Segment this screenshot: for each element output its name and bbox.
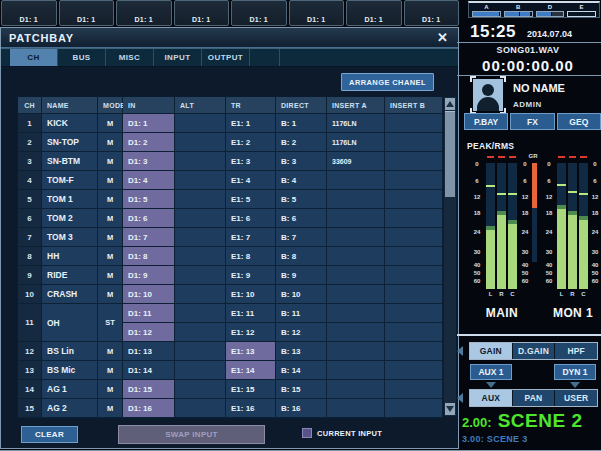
channel-name[interactable]: AG 1 [42, 380, 98, 399]
io-tile[interactable]: D1: 1 [231, 0, 287, 26]
channel-name[interactable]: OH [42, 304, 98, 342]
button-dyn-1[interactable]: DYN 1 [554, 364, 596, 380]
cell-insert-a[interactable]: 1176LN [327, 114, 385, 133]
cell-direct[interactable]: B: 12 [276, 323, 327, 342]
cell-alt[interactable] [175, 190, 226, 209]
cell-insert-a[interactable] [327, 171, 385, 190]
button-d-gain[interactable]: D.GAIN [513, 343, 556, 359]
cell-direct[interactable]: B: 11 [276, 304, 327, 323]
channel-name[interactable]: TOM 3 [42, 228, 98, 247]
cell-insert-b[interactable] [385, 304, 443, 323]
tab-ch[interactable]: CH [10, 49, 58, 66]
io-tile[interactable]: D1: 1 [174, 0, 230, 26]
cell-alt[interactable] [175, 171, 226, 190]
channel-name[interactable]: CRASH [42, 285, 98, 304]
clear-button[interactable]: CLEAR [21, 426, 78, 443]
channel-name[interactable]: SN-BTM [42, 152, 98, 171]
cell-insert-b[interactable] [385, 171, 443, 190]
cell-tr[interactable]: E1: 7 [226, 228, 276, 247]
cell-in[interactable]: D1: 6 [123, 209, 175, 228]
cell-tr[interactable]: E1: 11 [226, 304, 276, 323]
cell-direct[interactable]: B: 5 [276, 190, 327, 209]
cell-in[interactable]: D1: 14 [123, 361, 175, 380]
cell-insert-a[interactable] [327, 342, 385, 361]
cell-insert-b[interactable] [385, 190, 443, 209]
cell-direct[interactable]: B: 3 [276, 152, 327, 171]
cell-insert-b[interactable] [385, 399, 443, 418]
button-pan[interactable]: PAN [513, 390, 556, 406]
cell-in[interactable]: D1: 7 [123, 228, 175, 247]
cell-in[interactable]: D1: 15 [123, 380, 175, 399]
cell-in[interactable]: D1: 10 [123, 285, 175, 304]
channel-name[interactable]: RIDE [42, 266, 98, 285]
cell-tr[interactable]: E1: 13 [226, 342, 276, 361]
button-hpf[interactable]: HPF [555, 343, 597, 359]
button-user[interactable]: USER [555, 390, 597, 406]
io-tile[interactable]: D1: 1 [289, 0, 345, 26]
cell-alt[interactable] [175, 399, 226, 418]
cell-insert-a[interactable] [327, 285, 385, 304]
button-fx[interactable]: FX [510, 113, 554, 130]
cell-direct[interactable]: B: 9 [276, 266, 327, 285]
cell-insert-a[interactable] [327, 304, 385, 323]
cell-tr[interactable]: E1: 1 [226, 114, 276, 133]
cell-in[interactable]: D1: 9 [123, 266, 175, 285]
cell-direct[interactable]: B: 1 [276, 114, 327, 133]
channel-name[interactable]: BS Lin [42, 342, 98, 361]
cell-direct[interactable]: B: 10 [276, 285, 327, 304]
cell-insert-b[interactable] [385, 228, 443, 247]
cell-tr[interactable]: E1: 8 [226, 247, 276, 266]
cell-insert-b[interactable] [385, 380, 443, 399]
scroll-down-icon[interactable] [445, 403, 455, 415]
cell-insert-a[interactable] [327, 380, 385, 399]
channel-name[interactable]: TOM-F [42, 171, 98, 190]
tab-misc[interactable]: MISC [106, 49, 154, 66]
cell-tr[interactable]: E1: 16 [226, 399, 276, 418]
channel-name[interactable]: KICK [42, 114, 98, 133]
cell-insert-a[interactable] [327, 209, 385, 228]
button-geq[interactable]: GEQ [557, 113, 601, 130]
cell-alt[interactable] [175, 247, 226, 266]
cell-tr[interactable]: E1: 6 [226, 209, 276, 228]
io-tile[interactable]: D1: 1 [59, 0, 115, 26]
io-tile[interactable]: D1: 1 [116, 0, 172, 26]
cell-insert-b[interactable] [385, 152, 443, 171]
cell-insert-a[interactable] [327, 266, 385, 285]
cell-insert-a[interactable] [327, 190, 385, 209]
cell-insert-b[interactable] [385, 209, 443, 228]
cell-in[interactable]: D1: 3 [123, 152, 175, 171]
cell-tr[interactable]: E1: 5 [226, 190, 276, 209]
cell-tr[interactable]: E1: 14 [226, 361, 276, 380]
cell-insert-a[interactable] [327, 399, 385, 418]
cell-alt[interactable] [175, 209, 226, 228]
cell-in[interactable]: D1: 8 [123, 247, 175, 266]
button-aux[interactable]: AUX [470, 390, 513, 406]
cell-tr[interactable]: E1: 15 [226, 380, 276, 399]
cell-insert-b[interactable] [385, 323, 443, 342]
tab-input[interactable]: INPUT [154, 49, 202, 66]
cell-insert-a[interactable] [327, 323, 385, 342]
cell-alt[interactable] [175, 380, 226, 399]
scrollbar-thumb[interactable] [445, 111, 455, 197]
cell-insert-b[interactable] [385, 133, 443, 152]
cell-in[interactable]: D1: 13 [123, 342, 175, 361]
cell-alt[interactable] [175, 228, 226, 247]
io-tile[interactable]: D1: 1 [404, 0, 460, 26]
cell-in[interactable]: D1: 1 [123, 114, 175, 133]
cell-in[interactable]: D1: 2 [123, 133, 175, 152]
cell-tr[interactable]: E1: 3 [226, 152, 276, 171]
channel-name[interactable]: HH [42, 247, 98, 266]
cell-tr[interactable]: E1: 9 [226, 266, 276, 285]
io-tile[interactable]: D1: 1 [346, 0, 402, 26]
cell-tr[interactable]: E1: 4 [226, 171, 276, 190]
cell-alt[interactable] [175, 133, 226, 152]
cell-alt[interactable] [175, 342, 226, 361]
button-aux-1[interactable]: AUX 1 [470, 364, 512, 380]
cell-alt[interactable] [175, 323, 226, 342]
cell-direct[interactable]: B: 2 [276, 133, 327, 152]
tab-output[interactable]: OUTPUT [202, 49, 250, 66]
cell-insert-b[interactable] [385, 285, 443, 304]
io-tile[interactable]: D1: 1 [1, 0, 57, 26]
channel-name[interactable]: TOM 1 [42, 190, 98, 209]
cell-alt[interactable] [175, 361, 226, 380]
